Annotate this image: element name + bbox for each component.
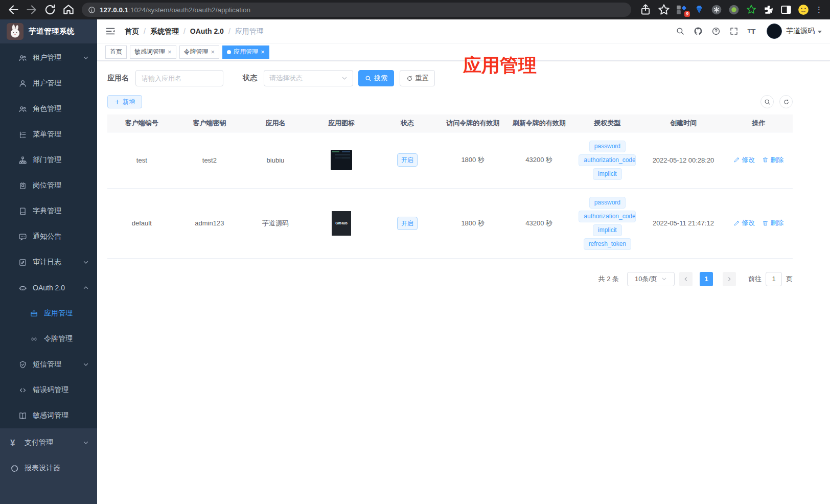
user-name[interactable]: 芋道源码 (786, 27, 815, 36)
extension-puzzle-icon[interactable] (763, 4, 774, 15)
sidebar-item-tenant[interactable]: 租户管理 (0, 45, 97, 71)
status-select[interactable]: 请选择状态 (264, 70, 353, 86)
font-size-icon[interactable]: TT (747, 27, 756, 36)
sidebar-item-sensitive-word[interactable]: 敏感词管理 (0, 403, 97, 428)
delete-button[interactable]: 删除 (762, 218, 783, 227)
sidebar-item-user[interactable]: 用户管理 (0, 71, 97, 96)
extension-green-star-icon[interactable] (746, 4, 757, 15)
sidebar-item-role[interactable]: 角色管理 (0, 96, 97, 122)
chevron-down-icon (83, 361, 89, 368)
status-label: 状态 (243, 74, 257, 83)
delete-button[interactable]: 删除 (762, 155, 783, 165)
sidebar-item-dict[interactable]: 字典管理 (0, 198, 97, 224)
breadcrumb-item: 应用管理 (235, 27, 264, 35)
goto-page-input[interactable] (766, 272, 782, 286)
search-toggle-button[interactable] (760, 95, 774, 108)
app-logo[interactable]: 芋道管理系统 (0, 19, 97, 43)
forward-icon[interactable] (25, 3, 38, 16)
browser-profile-avatar[interactable] (798, 4, 809, 15)
tab-敏感词管理[interactable]: 敏感词管理× (130, 45, 176, 59)
sidebar-item-oauth2[interactable]: OAuth 2.0 (0, 275, 97, 301)
search-icon[interactable] (675, 27, 685, 36)
sidebar-item-oauth2-token[interactable]: 令牌管理 (0, 326, 97, 352)
edit-button[interactable]: 修改 (733, 155, 755, 165)
close-tab-icon[interactable]: × (211, 49, 215, 55)
next-page-button[interactable] (723, 272, 736, 286)
sidebar-item-oauth2-application[interactable]: 应用管理 (0, 301, 97, 326)
reset-button[interactable]: 重置 (400, 70, 435, 86)
column-header: 客户端密钥 (176, 114, 243, 132)
add-button[interactable]: 新增 (107, 95, 142, 108)
client-secret-cell: admin123 (176, 188, 243, 258)
app-logo-cell (308, 132, 375, 188)
sidebar-item-error-code[interactable]: 错误码管理 (0, 377, 97, 403)
applications-table: 客户端编号客户端密钥应用名应用图标状态访问令牌的有效期刷新令牌的有效期授权类型创… (107, 114, 793, 259)
collapse-sidebar-icon[interactable] (105, 26, 116, 36)
sidebar-item-audit-log[interactable]: 审计日志 (0, 249, 97, 275)
column-header: 授权类型 (572, 114, 642, 132)
user-avatar[interactable] (767, 24, 782, 39)
search-button[interactable]: 搜索 (358, 70, 394, 86)
grant-type-tag: implicit (593, 224, 622, 236)
url-text: 127.0.0.1:1024/system/oauth2/oauth2/appl… (100, 6, 250, 14)
sidebar-item-report-designer[interactable]: 报表设计器 (0, 455, 97, 481)
chevron-down-icon (661, 276, 667, 282)
close-tab-icon[interactable]: × (261, 49, 265, 55)
page-size-select[interactable]: 10条/页 (627, 272, 675, 286)
sidebar-item-dept[interactable]: 部门管理 (0, 147, 97, 173)
extension-gem-icon[interactable] (694, 4, 705, 15)
refresh-table-button[interactable] (779, 95, 793, 108)
tab-应用管理[interactable]: 应用管理× (222, 45, 269, 59)
extension-grid-icon[interactable]: 9 (676, 4, 687, 15)
bookmark-star-icon[interactable] (657, 3, 671, 16)
sidebar-item-notice[interactable]: 通知公告 (0, 224, 97, 249)
reload-icon[interactable] (43, 3, 57, 16)
close-tab-icon[interactable]: × (168, 49, 172, 55)
error-code-icon (18, 386, 27, 395)
pay-icon: ¥ (10, 439, 19, 447)
browser-chrome: 127.0.0.1:1024/system/oauth2/oauth2/appl… (0, 0, 830, 19)
sidebar-item-sms[interactable]: 短信管理 (0, 352, 97, 377)
column-header: 刷新令牌的有效期 (505, 114, 572, 132)
app-logo-cell: GitHub (308, 188, 375, 258)
app-logo-image (331, 150, 352, 170)
refresh-token-ttl-cell: 43200 秒 (505, 132, 572, 188)
search-form: 应用名 状态 请选择状态 搜索 重置 (107, 70, 793, 86)
sidebar-item-menu[interactable]: 菜单管理 (0, 122, 97, 147)
tenant-icon (18, 54, 27, 62)
browser-menu-icon[interactable]: ⋮ (815, 5, 823, 14)
prev-page-button[interactable] (679, 272, 693, 286)
app-name-input[interactable] (135, 70, 223, 86)
home-icon[interactable] (62, 3, 75, 16)
extension-command-icon[interactable] (711, 4, 722, 15)
tab-首页[interactable]: 首页 (105, 45, 127, 59)
breadcrumb-item[interactable]: 首页 (125, 27, 139, 35)
sidebar-item-post[interactable]: 岗位管理 (0, 173, 97, 198)
share-icon[interactable] (639, 3, 652, 16)
client-secret-cell: test2 (176, 132, 243, 188)
page-unit-label: 页 (786, 274, 793, 284)
user-icon (18, 79, 27, 88)
chevron-down-icon[interactable] (818, 31, 822, 33)
side-panel-icon[interactable] (780, 4, 792, 15)
sidebar-item-pay[interactable]: ¥支付管理 (0, 430, 97, 455)
extension-record-icon[interactable] (728, 4, 740, 15)
github-icon[interactable] (693, 27, 703, 36)
tab-令牌管理[interactable]: 令牌管理× (179, 45, 220, 59)
fullscreen-icon[interactable] (729, 27, 739, 36)
address-bar[interactable]: 127.0.0.1:1024/system/oauth2/oauth2/appl… (82, 3, 631, 17)
status-badge: 开启 (397, 217, 418, 230)
help-icon[interactable] (711, 27, 721, 36)
breadcrumb-item[interactable]: 系统管理 (150, 27, 179, 35)
grant-type-tag: implicit (593, 168, 622, 180)
column-header: 创建时间 (642, 114, 725, 132)
menu-icon (18, 130, 27, 139)
sidebar-menu: 租户管理用户管理角色管理菜单管理部门管理岗位管理字典管理通知公告审计日志OAut… (0, 43, 97, 504)
breadcrumb-item[interactable]: OAuth 2.0 (190, 27, 224, 35)
back-icon[interactable] (7, 3, 20, 16)
edit-button[interactable]: 修改 (733, 218, 755, 227)
status-cell: 开启 (375, 132, 440, 188)
page-number-button[interactable]: 1 (700, 272, 713, 286)
column-header: 客户端编号 (107, 114, 176, 132)
site-info-icon[interactable] (88, 6, 96, 14)
